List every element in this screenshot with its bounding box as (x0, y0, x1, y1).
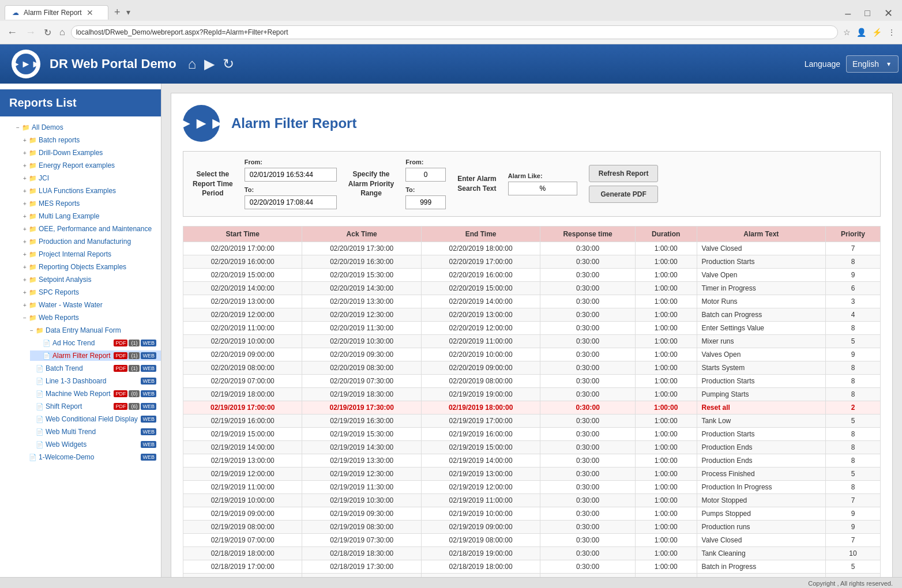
toggle-icon (28, 442, 36, 448)
sidebar-item-production[interactable]: + 📁 Production and Manufacturing (0, 235, 161, 248)
cell-duration: 1:00:00 (635, 401, 697, 414)
sidebar-item-alarmfilter[interactable]: 📄 Alarm Filter Report PDF (1) WEB (0, 349, 161, 362)
sidebar-item-setpoint[interactable]: + 📁 Setpoint Analysis (0, 273, 161, 286)
language-select[interactable]: English French German Spanish (846, 55, 899, 73)
sidebar-item-energy[interactable]: + 📁 Energy Report examples (0, 159, 161, 172)
play-button[interactable]: ▶ (204, 56, 215, 72)
web-badge: WEB (141, 416, 156, 423)
sidebar-item-project[interactable]: + 📁 Project Internal Reports (0, 248, 161, 261)
cell-alarm: Reset all (697, 401, 826, 414)
active-tab[interactable]: ☁ Alarm Filter Report ✕ (5, 5, 108, 20)
minimize-button[interactable]: – (843, 5, 853, 22)
generate-pdf-button[interactable]: Generate PDF (589, 186, 659, 203)
cell-start: 02/20/2019 10:00:00 (183, 335, 302, 348)
maximize-button[interactable]: □ (862, 6, 873, 21)
badge-group: WEB (141, 416, 156, 423)
sidebar-item-multitrend[interactable]: 📄 Web Multi Trend WEB (0, 425, 161, 438)
table-row: 02/20/2019 17:00:00 02/20/2019 17:30:00 … (183, 242, 881, 255)
sidebar-item-shift[interactable]: 📄 Shift Report PDF (6) WEB (0, 400, 161, 413)
cell-end: 02/18/2019 19:00:00 (421, 547, 540, 560)
cell-duration: 1:00:00 (635, 574, 697, 578)
cell-alarm: Valves Open (697, 348, 826, 361)
cell-priority: 8 (826, 361, 881, 375)
priority-to-input[interactable] (405, 195, 446, 209)
close-button[interactable]: ✕ (882, 5, 895, 22)
cell-priority: 8 (826, 322, 881, 335)
sidebar-item-batchtrend[interactable]: 📄 Batch Trend PDF (1) WEB (0, 362, 161, 375)
tab-list-button[interactable]: ▾ (126, 7, 130, 17)
cell-ack: 02/20/2019 12:30:00 (302, 308, 421, 322)
new-tab-button[interactable]: + (108, 4, 126, 21)
sidebar-item-jci[interactable]: + 📁 JCI (0, 172, 161, 184)
cell-ack: 02/19/2019 13:30:00 (302, 454, 421, 468)
to-date-input[interactable] (245, 195, 337, 209)
cell-end: 02/19/2019 08:00:00 (421, 534, 540, 547)
reload-button[interactable]: ↻ (42, 25, 54, 40)
sidebar-item-batch-reports[interactable]: + 📁 Batch reports (0, 134, 161, 146)
refresh-app-button[interactable]: ↻ (223, 56, 234, 72)
sidebar-item-all-demos[interactable]: − 📁 All Demos (0, 121, 161, 134)
sidebar-item-water[interactable]: + 📁 Water - Waste Water (0, 299, 161, 311)
settings-button[interactable]: ⋮ (886, 26, 897, 39)
sidebar-item-spc[interactable]: + 📁 SPC Reports (0, 286, 161, 299)
folder-icon: 📁 (36, 327, 44, 334)
cell-ack: 02/19/2019 16:30:00 (302, 414, 421, 428)
home-app-button[interactable]: ⌂ (188, 56, 197, 72)
alarm-search-input[interactable] (508, 182, 577, 195)
folder-icon: 📁 (29, 238, 37, 246)
cell-priority: 5 (826, 468, 881, 481)
profile-button[interactable]: 👤 (855, 26, 868, 39)
sidebar-item-adhoctrend[interactable]: 📄 Ad Hoc Trend PDF (1) WEB (0, 337, 161, 349)
tab-title: Alarm Filter Report (24, 9, 82, 17)
sidebar-item-reporting[interactable]: + 📁 Reporting Objects Examples (0, 261, 161, 273)
sidebar-item-line13[interactable]: 📄 Line 1-3 Dashboard WEB (0, 375, 161, 387)
table-header-row: Start Time Ack Time End Time Response ti… (183, 227, 881, 242)
cell-response: 0:30:00 (540, 255, 636, 269)
language-label: Language (805, 59, 840, 69)
sidebar-item-widgets[interactable]: 📄 Web Widgets WEB (0, 438, 161, 451)
sidebar-item-multilang[interactable]: + 📁 Multi Lang Example (0, 210, 161, 223)
cell-end: 02/20/2019 11:00:00 (421, 335, 540, 348)
sidebar-item-conditional[interactable]: 📄 Web Conditional Field Display WEB (0, 413, 161, 425)
toggle-icon (28, 404, 36, 410)
sidebar-item-lua[interactable]: + 📁 LUA Functions Examples (0, 184, 161, 197)
cell-duration: 1:00:00 (635, 348, 697, 361)
forward-button[interactable]: → (23, 24, 38, 41)
bookmark-button[interactable]: ☆ (841, 26, 852, 39)
cell-ack: 02/19/2019 12:30:00 (302, 468, 421, 481)
cell-alarm: Production In Progress (697, 481, 826, 494)
cell-start: 02/20/2019 13:00:00 (183, 295, 302, 308)
cell-duration: 1:00:00 (635, 428, 697, 441)
sidebar-item-mes[interactable]: + 📁 MES Reports (0, 197, 161, 210)
cell-response: 0:30:00 (540, 295, 636, 308)
refresh-report-button[interactable]: Refresh Report (589, 165, 659, 182)
cell-ack: 02/20/2019 11:30:00 (302, 322, 421, 335)
address-input[interactable] (71, 25, 838, 39)
cell-start: 02/19/2019 15:00:00 (183, 428, 302, 441)
extensions-button[interactable]: ⚡ (870, 26, 884, 39)
priority-from-input[interactable] (405, 168, 446, 182)
cell-start: 02/19/2019 07:00:00 (183, 534, 302, 547)
table-row: 02/18/2019 18:00:00 02/18/2019 18:30:00 … (183, 547, 881, 560)
sidebar-item-webreports[interactable]: − 📁 Web Reports (0, 311, 161, 324)
home-button[interactable]: ⌂ (57, 25, 67, 40)
toggle-icon: + (21, 226, 29, 232)
tab-close-button[interactable]: ✕ (87, 8, 93, 17)
back-button[interactable]: ← (5, 24, 20, 41)
sidebar-item-welcome[interactable]: 📄 1-Welcome-Demo WEB (0, 451, 161, 463)
folder-icon: 📁 (29, 251, 37, 258)
cell-ack: 02/19/2019 09:30:00 (302, 507, 421, 521)
cell-duration: 1:00:00 (635, 560, 697, 574)
sidebar-item-machine[interactable]: 📄 Machine Web Report PDF (0) WEB (0, 387, 161, 400)
cell-alarm: Valve Open (697, 269, 826, 282)
badge-group: PDF (6) WEB (114, 403, 156, 410)
sidebar-item-dataentry[interactable]: − 📁 Data Entry Manual Form (0, 324, 161, 337)
sidebar-item-oee[interactable]: + 📁 OEE, Performance and Maintenance (0, 223, 161, 235)
table-row: 02/19/2019 12:00:00 02/19/2019 12:30:00 … (183, 468, 881, 481)
cell-ack: 02/20/2019 09:30:00 (302, 348, 421, 361)
cell-response: 0:30:00 (540, 375, 636, 388)
folder-icon: 📁 (29, 149, 37, 157)
file-icon: 📄 (43, 340, 51, 347)
from-date-input[interactable] (245, 168, 337, 182)
sidebar-item-drilldown[interactable]: + 📁 Drill-Down Examples (0, 146, 161, 159)
